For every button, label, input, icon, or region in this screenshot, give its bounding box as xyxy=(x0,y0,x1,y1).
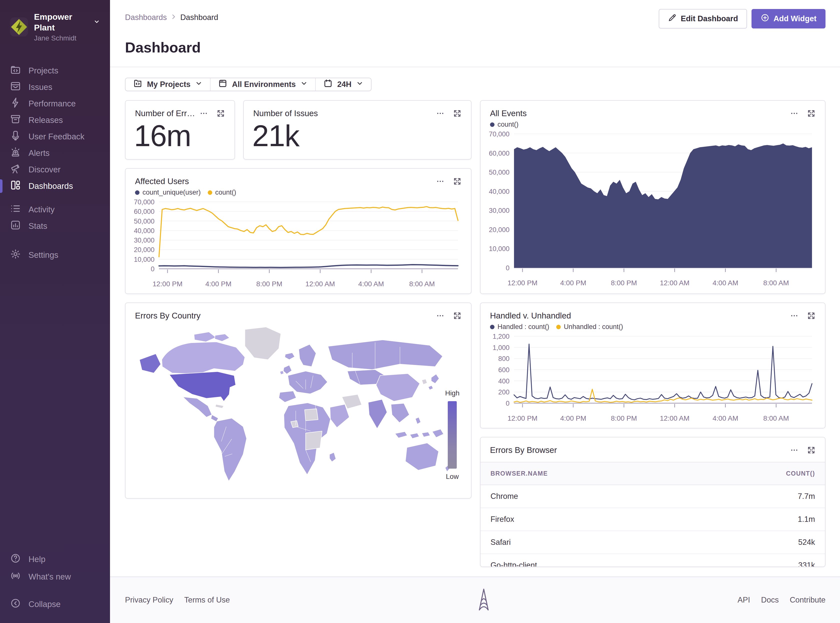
main-content: Dashboards Dashboard Edit Dashboard Add … xyxy=(110,0,840,623)
window-icon xyxy=(218,79,228,90)
svg-text:1,000: 1,000 xyxy=(492,344,509,351)
widget-menu-button[interactable] xyxy=(436,312,445,320)
widget-handled-v-unhandled: Handled v. Unhandled Handled : count() U… xyxy=(480,302,826,428)
svg-text:10,000: 10,000 xyxy=(134,256,154,263)
api-link[interactable]: API xyxy=(737,595,750,605)
megaphone-icon xyxy=(10,130,21,143)
widget-title: Number of Issues xyxy=(253,109,318,118)
count-cell: 331k xyxy=(691,554,825,567)
widget-menu-button[interactable] xyxy=(790,312,798,320)
chart-legend: count() xyxy=(480,118,825,128)
sidebar-item-performance[interactable]: Performance xyxy=(0,95,110,112)
legend-item[interactable]: Unhandled : count() xyxy=(556,323,623,331)
project-filter[interactable]: My Projects xyxy=(126,78,210,91)
browser-name-cell: Safari xyxy=(480,531,691,554)
pencil-icon xyxy=(668,13,677,24)
sidebar-item-label: What's new xyxy=(29,572,71,582)
country-canada xyxy=(162,342,245,374)
sidebar-item-projects[interactable]: Projects xyxy=(0,63,110,79)
sidebar-collapse-button[interactable]: Collapse xyxy=(0,595,110,613)
all-events-chart[interactable]: 010,00020,00030,00040,00050,00060,00070,… xyxy=(480,128,825,290)
legend-item[interactable]: count_unique(user) xyxy=(135,189,201,196)
svg-text:12:00 AM: 12:00 AM xyxy=(660,414,689,422)
sidebar-item-settings[interactable]: Settings xyxy=(0,247,110,263)
legend-item[interactable]: Handled : count() xyxy=(490,323,549,331)
sidebar-item-stats[interactable]: Stats xyxy=(0,218,110,234)
svg-text:10,000: 10,000 xyxy=(489,245,509,253)
svg-text:12:00 AM: 12:00 AM xyxy=(306,280,335,288)
chevron-down-icon xyxy=(94,17,100,28)
handled-unhandled-chart[interactable]: 02004006008001,0001,20012:00 PM4:00 PM8:… xyxy=(480,331,825,426)
column-count[interactable]: COUNT() xyxy=(691,462,825,485)
widget-title: Number of Err… xyxy=(135,109,195,118)
calendar-icon xyxy=(323,79,333,90)
country-australia xyxy=(406,443,439,470)
widget-affected-users: Affected Users count_unique(user) count(… xyxy=(125,168,471,294)
widget-expand-button[interactable] xyxy=(807,312,815,320)
sidebar-item-label: Collapse xyxy=(29,600,60,609)
affected-users-chart[interactable]: 010,00020,00030,00040,00050,00060,00070,… xyxy=(126,196,471,291)
sidebar-item-label: Stats xyxy=(29,221,47,231)
choropleth-map xyxy=(132,322,454,486)
sidebar-item-activity[interactable]: Activity xyxy=(0,201,110,218)
widget-expand-button[interactable] xyxy=(453,109,462,118)
table-header-row: BROWSER.NAME COUNT() xyxy=(480,462,825,485)
country-uk xyxy=(283,365,292,374)
svg-text:4:00 PM: 4:00 PM xyxy=(560,279,586,287)
widget-number-of-errors: Number of Err… 16m xyxy=(125,100,235,160)
svg-text:8:00 AM: 8:00 AM xyxy=(763,414,789,422)
terms-of-use-link[interactable]: Terms of Use xyxy=(184,595,230,605)
table-row: Chrome 7.7m xyxy=(480,485,825,508)
lightning-icon xyxy=(10,97,21,110)
edit-dashboard-button[interactable]: Edit Dashboard xyxy=(659,9,747,29)
footer-left-links: Privacy Policy Terms of Use xyxy=(125,595,230,605)
column-browser-name[interactable]: BROWSER.NAME xyxy=(480,462,691,485)
widget-menu-button[interactable] xyxy=(436,109,445,118)
widget-menu-button[interactable] xyxy=(436,177,445,186)
widget-expand-button[interactable] xyxy=(453,177,462,186)
continent-south-america xyxy=(214,418,246,481)
time-range-filter[interactable]: 24H xyxy=(315,78,371,91)
widget-menu-button[interactable] xyxy=(790,446,798,454)
list-icon xyxy=(10,203,21,216)
environment-filter[interactable]: All Environments xyxy=(210,78,315,91)
widget-expand-button[interactable] xyxy=(217,109,225,118)
widget-menu-button[interactable] xyxy=(790,109,798,118)
svg-text:1,200: 1,200 xyxy=(492,333,509,340)
project-filter-value: My Projects xyxy=(147,80,191,89)
chart-legend: count_unique(user) count() xyxy=(126,186,471,196)
privacy-policy-link[interactable]: Privacy Policy xyxy=(125,595,173,605)
widget-expand-button[interactable] xyxy=(807,109,815,118)
svg-text:8:00 AM: 8:00 AM xyxy=(763,279,789,287)
docs-link[interactable]: Docs xyxy=(761,595,779,605)
sidebar-item-label: User Feedback xyxy=(29,132,85,141)
svg-text:4:00 AM: 4:00 AM xyxy=(712,414,738,422)
world-map xyxy=(126,321,471,487)
org-switcher[interactable]: Empower Plant Jane Schmidt xyxy=(0,11,110,46)
chart-legend: Handled : count() Unhandled : count() xyxy=(480,321,825,331)
legend-item[interactable]: count() xyxy=(208,189,236,196)
series-dot xyxy=(490,325,494,329)
sidebar-item-discover[interactable]: Discover xyxy=(0,161,110,178)
sidebar-item-releases[interactable]: Releases xyxy=(0,112,110,128)
sidebar-item-help[interactable]: Help xyxy=(0,551,110,568)
sidebar-item-alerts[interactable]: Alerts xyxy=(0,145,110,161)
widget-expand-button[interactable] xyxy=(453,312,462,320)
sentry-logo-icon xyxy=(476,588,492,612)
breadcrumb-dashboards-link[interactable]: Dashboards xyxy=(125,13,167,22)
widget-expand-button[interactable] xyxy=(807,446,815,454)
edit-dashboard-label: Edit Dashboard xyxy=(681,14,738,23)
sidebar-item-dashboards[interactable]: Dashboards xyxy=(0,178,110,194)
sidebar-item-issues[interactable]: Issues xyxy=(0,79,110,95)
legend-item[interactable]: count() xyxy=(490,121,518,128)
telescope-icon xyxy=(10,163,21,176)
svg-text:8:00 PM: 8:00 PM xyxy=(611,279,637,287)
sidebar-item-whats-new[interactable]: What's new xyxy=(0,568,110,586)
add-widget-button[interactable]: Add Widget xyxy=(751,9,826,29)
sidebar-item-user-feedback[interactable]: User Feedback xyxy=(0,128,110,145)
widget-menu-button[interactable] xyxy=(200,109,208,118)
stat-value: 21k xyxy=(244,118,471,150)
chevron-down-icon xyxy=(195,80,203,89)
contribute-link[interactable]: Contribute xyxy=(790,595,826,605)
sidebar-item-label: Activity xyxy=(29,205,55,214)
